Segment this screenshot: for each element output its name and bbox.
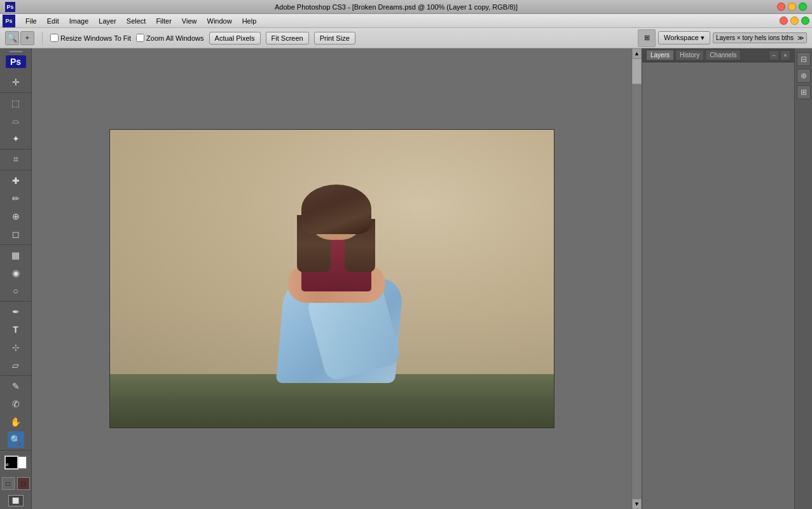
scroll-track[interactable]	[632, 59, 642, 499]
tool-group-fill: ▦ ◉ ○	[0, 245, 31, 302]
zoom-all-checkbox[interactable]	[136, 34, 144, 42]
fit-screen-button[interactable]: Fit Screen	[266, 32, 309, 45]
menu-file[interactable]: File	[20, 16, 42, 26]
photo-figure	[247, 167, 425, 383]
print-size-button[interactable]: Print Size	[314, 32, 355, 45]
zoom-all-option[interactable]: Zoom All Windows	[136, 34, 203, 42]
quick-mask-area: □ □	[2, 477, 30, 490]
menu-help[interactable]: Help	[237, 16, 262, 26]
menu-window[interactable]: Window	[202, 16, 237, 26]
panel-tabs-bar[interactable]: Layers × tory hels ions bths ≫	[713, 32, 807, 43]
notes-tool[interactable]: ✎	[8, 378, 24, 394]
panel-tab-channels[interactable]: Channels	[705, 50, 741, 60]
workspace-area: ⊞ Workspace ▾ Layers × tory hels ions bt…	[638, 29, 807, 47]
eyedropper-tool[interactable]: ✆	[8, 396, 24, 412]
type-tool[interactable]: T	[8, 321, 24, 338]
panel-tab-history[interactable]: History	[675, 50, 704, 60]
canvas-image	[109, 129, 554, 428]
right-panels: Layers History Channels – ×	[642, 48, 794, 509]
hand-tool[interactable]: ✋	[8, 414, 24, 430]
toolbar-ps-icon: Ps	[6, 55, 26, 68]
tool-group-marquee: ⬚ ⌓ ✦	[0, 93, 31, 150]
quick-mask-btn[interactable]: □	[17, 477, 30, 490]
panel-tab-row: Layers History Channels	[646, 50, 769, 60]
panel-header: Layers History Channels – ×	[642, 48, 794, 62]
scroll-thumb[interactable]	[632, 59, 642, 84]
maximize-button[interactable]	[799, 3, 807, 11]
minimize-button[interactable]	[788, 3, 796, 11]
panel-close-btn[interactable]	[780, 17, 788, 25]
panel-body	[642, 62, 794, 509]
path-select-tool[interactable]: ⊹	[8, 339, 24, 356]
brush-tool[interactable]: ✏	[8, 190, 24, 207]
swap-reset-icons[interactable]: ⇌	[4, 462, 12, 470]
move-tool[interactable]: ✛	[8, 74, 24, 90]
scroll-up-btn[interactable]: ▲	[632, 48, 642, 59]
canvas-area[interactable]	[32, 48, 631, 509]
workspace-button[interactable]: Workspace ▾	[658, 31, 710, 45]
screen-mode-area: ⬜	[8, 495, 24, 506]
resize-windows-checkbox[interactable]	[50, 34, 58, 42]
scroll-down-btn[interactable]: ▼	[632, 499, 642, 509]
canvas-container: ▲ ▼	[32, 48, 642, 509]
resize-windows-option[interactable]: Resize Windows To Fit	[50, 34, 131, 42]
tool-group-pen: ✒ T ⊹ ▱	[0, 302, 31, 376]
titlebar: Ps Adobe Photoshop CS3 - [Broken Dreams.…	[0, 0, 812, 14]
canvas-wrapper	[109, 129, 554, 428]
toolbar: Ps ✛ ⬚ ⌓ ✦ ⌗ ✚ ✏ ⊕ ◻ ▦ ◉ ○ ✒ T ⊹ ▱	[0, 48, 32, 509]
tool-group-crop: ⌗	[0, 150, 31, 171]
window-controls	[777, 3, 807, 11]
pen-tool[interactable]: ✒	[8, 303, 24, 320]
panel-collapse-btn[interactable]: –	[769, 50, 779, 60]
menu-select[interactable]: Select	[121, 16, 151, 26]
canvas-with-scroll: ▲ ▼	[32, 48, 642, 509]
person-body	[266, 192, 406, 383]
panel-min-btn[interactable]	[790, 17, 799, 25]
menu-layer[interactable]: Layer	[93, 16, 121, 26]
mini-panel: ⊟ ⊕ ⊞	[794, 48, 812, 509]
menu-image[interactable]: Image	[64, 16, 94, 26]
panel-tabs-menu[interactable]: ≫	[797, 34, 804, 41]
dodge-tool[interactable]: ○	[8, 282, 24, 299]
magic-wand-tool[interactable]: ✦	[8, 130, 24, 147]
blur-tool[interactable]: ◉	[8, 265, 24, 281]
panel-controls: – ×	[769, 50, 790, 60]
mini-panel-btn-1[interactable]: ⊟	[797, 52, 811, 66]
shape-tool[interactable]: ▱	[8, 357, 24, 373]
menubar: Ps File Edit Image Layer Select Filter V…	[0, 14, 812, 28]
color-swatches[interactable]: ⇌	[4, 456, 27, 470]
person-hair	[301, 185, 371, 234]
screen-mode-btn[interactable]: ⬜	[8, 495, 24, 506]
workspace-icon[interactable]: ⊞	[638, 29, 656, 47]
eraser-tool[interactable]: ◻	[8, 226, 24, 242]
panel-tab-layers[interactable]: Layers	[646, 50, 674, 60]
separator-1	[42, 32, 43, 45]
menu-edit[interactable]: Edit	[42, 16, 64, 26]
zoom-in-btn[interactable]: +	[20, 31, 34, 45]
crop-tool[interactable]: ⌗	[8, 151, 24, 168]
tool-group-retouch: ✚ ✏ ⊕ ◻	[0, 171, 31, 245]
mini-panel-btn-3[interactable]: ⊞	[797, 85, 811, 99]
lasso-tool[interactable]: ⌓	[8, 113, 24, 129]
panel-close-panel-btn[interactable]: ×	[780, 50, 790, 60]
actual-pixels-button[interactable]: Actual Pixels	[209, 32, 261, 45]
zoom-out-icon[interactable]: 🔍	[5, 31, 19, 45]
marquee-tool[interactable]: ⬚	[8, 95, 24, 111]
ps-logo: Ps	[5, 2, 15, 12]
clone-stamp-tool[interactable]: ⊕	[8, 208, 24, 225]
zoom-tool[interactable]: 🔍	[8, 431, 24, 448]
healing-brush-tool[interactable]: ✚	[8, 172, 24, 189]
title-text: Adobe Photoshop CS3 - [Broken Dreams.psd…	[15, 3, 777, 11]
menu-view[interactable]: View	[177, 16, 202, 26]
ps-menu-logo: Ps	[3, 15, 15, 27]
menu-filter[interactable]: Filter	[151, 16, 176, 26]
vertical-scrollbar[interactable]: ▲ ▼	[631, 48, 642, 509]
swap-colors-icon[interactable]: ⇌	[4, 462, 12, 468]
gradient-tool[interactable]: ▦	[8, 247, 24, 263]
mini-panel-btn-2[interactable]: ⊕	[797, 69, 811, 83]
tool-group-navigate: ✎ ✆ ✋ 🔍	[0, 376, 31, 450]
standard-mode-btn[interactable]: □	[2, 477, 15, 490]
panel-max-btn[interactable]	[801, 17, 809, 25]
close-button[interactable]	[777, 3, 785, 11]
options-bar: 🔍 + Resize Windows To Fit Zoom All Windo…	[0, 28, 812, 48]
